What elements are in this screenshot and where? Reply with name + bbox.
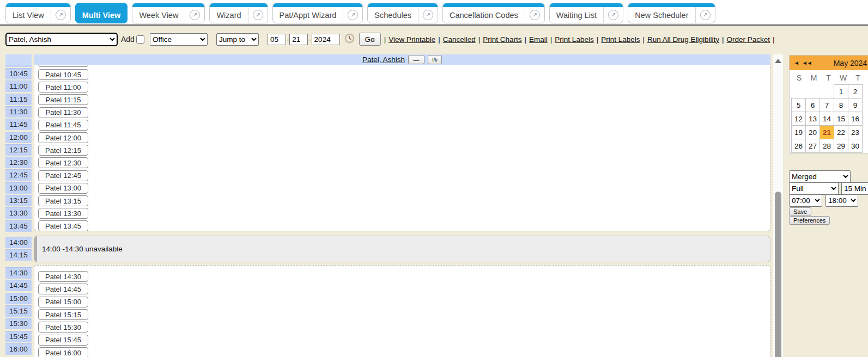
jump-to-select[interactable]: Jump to	[216, 33, 259, 46]
nav-tab[interactable]: Multi View	[75, 3, 128, 23]
open-in-new-window-button[interactable]: ↗	[603, 7, 623, 23]
toolbar-link[interactable]: Run All Drug Eligibility	[647, 35, 719, 44]
external-link-icon: ↗	[608, 10, 618, 20]
toolbar-link[interactable]: Print Labels	[601, 35, 640, 44]
nav-tab[interactable]: Cancellation Codes ↗	[442, 3, 545, 23]
appointment-slot-button[interactable]: Patel 12:15	[38, 145, 88, 156]
location-select[interactable]: Office	[150, 33, 208, 46]
calendar-day-header: S	[792, 73, 806, 82]
appointment-slot-button[interactable]: Patel 13:15	[38, 195, 88, 206]
nav-tab[interactable]: Waiting List ↗	[549, 3, 623, 23]
scroll-up-arrow-icon[interactable]	[775, 59, 781, 63]
open-in-new-window-button[interactable]: ↗	[248, 7, 268, 23]
calendar-day[interactable]: 2	[848, 84, 863, 99]
calendar-day[interactable]: 1	[834, 84, 848, 99]
appointment-slot-button[interactable]: Patel 12:00	[38, 132, 88, 143]
date-year-input[interactable]	[312, 34, 340, 45]
add-label: Add	[121, 35, 135, 44]
interval-select[interactable]: 15 Min	[841, 182, 868, 195]
toolbar-link[interactable]: Print Labels	[555, 35, 593, 44]
link-separator: |	[384, 35, 386, 44]
nav-tab[interactable]: Week View ↗	[132, 3, 205, 23]
appointment-slot-button[interactable]: Patel 11:00	[38, 82, 88, 93]
calendar-day[interactable]: 27	[805, 139, 820, 153]
zoom-mode-select[interactable]: Full	[789, 182, 839, 195]
calendar-day[interactable]: 12	[791, 112, 806, 126]
appointment-slot-button[interactable]: Patel 15:00	[38, 297, 88, 307]
go-button[interactable]: Go	[359, 33, 381, 46]
toolbar-link[interactable]: Email	[529, 35, 548, 44]
appointment-slot-button[interactable]: Patel 13:30	[38, 208, 88, 219]
tab-accent-bar	[368, 3, 438, 7]
clock-icon[interactable]	[344, 33, 355, 45]
scrollbar-thumb[interactable]	[775, 192, 781, 357]
calendar-day[interactable]: 6	[805, 98, 820, 112]
view-mode-select[interactable]: Merged	[789, 170, 851, 183]
vertical-scrollbar[interactable]	[773, 54, 783, 357]
appointment-slot-button[interactable]: Patel 14:30	[38, 271, 88, 282]
calendar-day[interactable]: 29	[834, 139, 848, 153]
calendar-week-row: 56789	[792, 98, 868, 112]
nav-tab[interactable]: List View ↗	[5, 3, 71, 23]
appointment-slot-button[interactable]: Patel 13:45	[38, 220, 88, 231]
appointment-slot-button[interactable]: Patel 14:45	[38, 284, 88, 294]
appointment-slot-button[interactable]: Patel 16:00	[38, 347, 88, 357]
open-in-new-window-button[interactable]: ↗	[525, 7, 544, 23]
nav-tab[interactable]: New Scheduler ↗	[628, 3, 715, 23]
toolbar-link[interactable]: Order Packet	[727, 35, 770, 44]
open-in-new-window-button[interactable]: ↗	[418, 7, 438, 23]
calendar-day[interactable]: 23	[848, 125, 863, 139]
open-in-new-window-button[interactable]: ↗	[51, 7, 70, 23]
calendar-day[interactable]: 19	[791, 125, 806, 139]
time-label: 12:00	[5, 132, 32, 143]
add-checkbox[interactable]	[136, 35, 144, 44]
appointment-slot-button[interactable]: Patel 10:45	[38, 69, 88, 80]
save-button[interactable]: Save	[789, 207, 811, 216]
tab-accent-bar	[273, 3, 363, 7]
nav-tab[interactable]: Wizard ↗	[209, 3, 268, 23]
nav-tab[interactable]: Schedules ↗	[367, 3, 438, 23]
calendar-day[interactable]: 22	[834, 125, 848, 139]
open-in-new-window-button[interactable]: ↗	[695, 7, 715, 23]
fb-toggle-button[interactable]: f/b	[428, 55, 442, 64]
date-month-input[interactable]	[268, 34, 286, 45]
calendar-day[interactable]: 28	[820, 139, 834, 153]
calendar-day[interactable]: 13	[805, 112, 820, 126]
open-in-new-window-button[interactable]: ↗	[343, 7, 362, 23]
calendar-day[interactable]: 7	[820, 98, 834, 112]
appointment-slot-button[interactable]: Patel 15:30	[38, 322, 88, 333]
appointment-slot-button[interactable]: Patel 12:30	[38, 157, 88, 168]
calendar-day[interactable]: 5	[791, 98, 806, 112]
link-separator: |	[773, 35, 775, 44]
appointment-slot-button[interactable]: Patel 11:45	[38, 120, 88, 131]
date-day-input[interactable]	[289, 34, 308, 45]
calendar-day[interactable]: 30	[848, 139, 863, 153]
appointment-slot-button[interactable]: Patel 15:45	[38, 335, 88, 346]
calendar-day[interactable]: 9	[848, 98, 863, 112]
toolbar-link[interactable]: Cancelled	[443, 35, 476, 44]
calendar-day[interactable]: 21	[820, 125, 834, 139]
appointment-slot-button[interactable]: Patel 13:00	[38, 183, 88, 194]
nav-tab[interactable]: Pat/Appt Wizard ↗	[272, 3, 363, 23]
day-start-select[interactable]: 07:00	[789, 194, 822, 207]
toolbar-link[interactable]: Print Charts	[483, 35, 521, 44]
calendar-prev-month-button[interactable]: ◄	[794, 60, 799, 66]
appointment-slot-button[interactable]: Patel 11:30	[38, 107, 88, 118]
calendar-day[interactable]: 14	[820, 112, 834, 126]
calendar-prev-year-button[interactable]: ◄◄	[802, 60, 812, 66]
open-in-new-window-button[interactable]: ↗	[185, 7, 204, 23]
calendar-day[interactable]: 8	[834, 98, 848, 112]
toolbar-link[interactable]: View Printable	[389, 35, 435, 44]
appointment-slot-button[interactable]: Patel 11:15	[38, 94, 88, 105]
collapse-column-button[interactable]: —	[408, 55, 424, 64]
provider-column-link[interactable]: Patel, Ashish	[362, 56, 405, 64]
appointment-slot-button[interactable]: Patel 15:15	[38, 309, 88, 320]
day-end-select[interactable]: 18:00	[825, 194, 858, 207]
calendar-day[interactable]: 16	[848, 112, 863, 126]
preferences-button[interactable]: Preferences	[789, 216, 830, 225]
appointment-slot-button[interactable]: Patel 12:45	[38, 170, 88, 181]
provider-select[interactable]: Patel, Ashish	[5, 33, 118, 46]
calendar-day[interactable]: 20	[805, 125, 820, 139]
calendar-day[interactable]: 15	[834, 112, 848, 126]
calendar-day[interactable]: 26	[791, 139, 806, 153]
